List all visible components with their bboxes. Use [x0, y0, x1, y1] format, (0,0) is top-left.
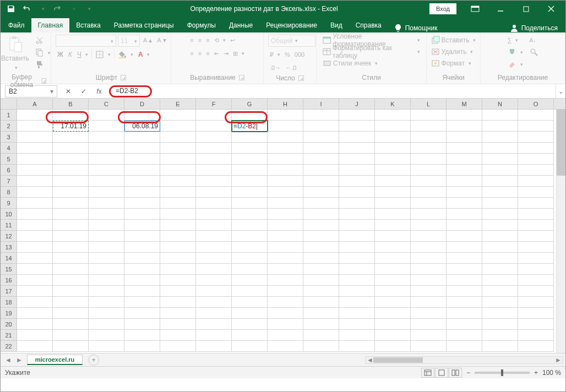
cell[interactable]: [411, 286, 447, 297]
cell[interactable]: [411, 330, 447, 341]
cell[interactable]: [375, 231, 411, 242]
cell[interactable]: [447, 319, 482, 330]
cell[interactable]: [160, 242, 196, 253]
alignment-dialog-launcher[interactable]: [239, 75, 244, 80]
number-format-combo[interactable]: Общий: [268, 35, 315, 47]
cell[interactable]: [196, 264, 232, 275]
cell[interactable]: [482, 275, 518, 286]
cell[interactable]: [160, 110, 196, 121]
col-header[interactable]: A: [17, 99, 53, 109]
cell[interactable]: [447, 308, 482, 319]
cell[interactable]: [160, 341, 196, 352]
cell[interactable]: [160, 187, 196, 198]
cell[interactable]: [447, 110, 482, 121]
cell[interactable]: [17, 198, 53, 209]
cell[interactable]: [160, 143, 196, 154]
save-icon[interactable]: [4, 2, 18, 16]
cell[interactable]: [89, 220, 124, 231]
col-header[interactable]: J: [339, 99, 375, 109]
cell[interactable]: [268, 143, 303, 154]
worksheet-grid[interactable]: A B C D E F G H I J K L M N O 1217.01.19…: [1, 99, 565, 353]
cell[interactable]: [447, 209, 482, 220]
cell[interactable]: [232, 341, 268, 352]
cell[interactable]: [339, 176, 375, 187]
cell[interactable]: [196, 242, 232, 253]
cell[interactable]: [303, 264, 339, 275]
copy-button[interactable]: [34, 47, 52, 58]
merge-icon[interactable]: ⊞: [231, 48, 246, 59]
cell[interactable]: [89, 264, 124, 275]
paste-button[interactable]: Вставить: [0, 35, 31, 72]
row-header[interactable]: 13: [1, 242, 17, 253]
cell[interactable]: [196, 308, 232, 319]
expand-formula-bar-icon[interactable]: ⌄: [556, 84, 565, 98]
cell[interactable]: [53, 165, 89, 176]
cell[interactable]: [411, 110, 447, 121]
cell[interactable]: [160, 319, 196, 330]
cell[interactable]: [17, 165, 53, 176]
autosum-button[interactable]: ∑: [506, 35, 525, 46]
cell[interactable]: [232, 308, 268, 319]
cell[interactable]: [196, 253, 232, 264]
cell[interactable]: [160, 297, 196, 308]
cell[interactable]: [482, 319, 518, 330]
cell[interactable]: [196, 209, 232, 220]
vscroll-thumb[interactable]: [557, 110, 565, 176]
cell[interactable]: [17, 319, 53, 330]
cell[interactable]: [339, 308, 375, 319]
cell[interactable]: [482, 165, 518, 176]
cell[interactable]: [411, 319, 447, 330]
cell[interactable]: [482, 198, 518, 209]
row-header[interactable]: 8: [1, 187, 17, 198]
row-header[interactable]: 11: [1, 220, 17, 231]
cell[interactable]: [411, 231, 447, 242]
cell[interactable]: [268, 341, 303, 352]
cell[interactable]: [268, 121, 303, 132]
col-header[interactable]: D: [124, 99, 160, 109]
cell[interactable]: [447, 297, 482, 308]
cell[interactable]: [232, 286, 268, 297]
cell[interactable]: [196, 154, 232, 165]
col-header[interactable]: E: [160, 99, 196, 109]
cell[interactable]: [303, 154, 339, 165]
cell[interactable]: [447, 231, 482, 242]
cell[interactable]: [53, 154, 89, 165]
cell[interactable]: [339, 209, 375, 220]
align-left-icon[interactable]: ≡: [188, 48, 195, 59]
cell[interactable]: [160, 209, 196, 220]
ribbon-options-icon[interactable]: [463, 1, 487, 17]
align-right-icon[interactable]: ≡: [204, 48, 211, 59]
cell[interactable]: [518, 286, 554, 297]
insert-function-button[interactable]: fx: [94, 88, 105, 95]
cell[interactable]: [411, 132, 447, 143]
row-header[interactable]: 7: [1, 176, 17, 187]
cell[interactable]: [268, 264, 303, 275]
cell[interactable]: [232, 110, 268, 121]
cell[interactable]: [482, 110, 518, 121]
row-header[interactable]: 9: [1, 198, 17, 209]
row-header[interactable]: 6: [1, 165, 17, 176]
cell[interactable]: [89, 121, 124, 132]
increase-indent-icon[interactable]: ⇥: [222, 48, 230, 59]
cell[interactable]: [53, 231, 89, 242]
increase-font-icon[interactable]: A▴: [142, 35, 154, 46]
cell[interactable]: [268, 176, 303, 187]
cell[interactable]: [482, 176, 518, 187]
row-header[interactable]: 16: [1, 275, 17, 286]
cell[interactable]: [196, 330, 232, 341]
col-header[interactable]: C: [89, 99, 124, 109]
italic-button[interactable]: К: [67, 49, 74, 60]
cell[interactable]: [375, 330, 411, 341]
cell[interactable]: [268, 154, 303, 165]
cell[interactable]: [196, 297, 232, 308]
cell[interactable]: [89, 242, 124, 253]
tab-home[interactable]: Главная: [31, 18, 70, 32]
cell[interactable]: [89, 209, 124, 220]
cell[interactable]: [482, 330, 518, 341]
cell[interactable]: [411, 275, 447, 286]
row-header[interactable]: 14: [1, 253, 17, 264]
cell[interactable]: [482, 121, 518, 132]
cell[interactable]: [196, 121, 232, 132]
select-all-corner[interactable]: [1, 99, 17, 109]
cell[interactable]: [124, 209, 160, 220]
